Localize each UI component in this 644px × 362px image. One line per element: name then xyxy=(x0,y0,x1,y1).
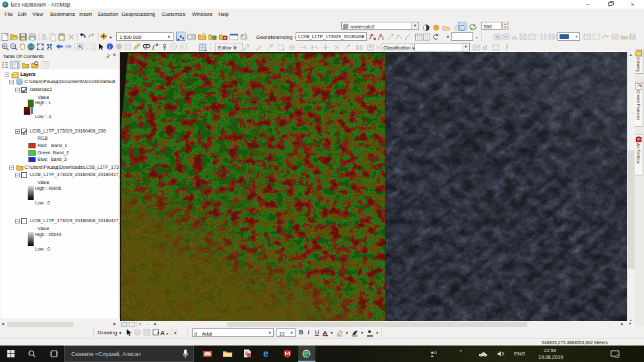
svg-text:A: A xyxy=(160,330,165,336)
svg-text:R: R xyxy=(434,351,437,355)
svg-text:i: i xyxy=(109,44,110,50)
svg-text:ă: ă xyxy=(194,331,197,336)
svg-text:▼: ▼ xyxy=(166,332,169,336)
